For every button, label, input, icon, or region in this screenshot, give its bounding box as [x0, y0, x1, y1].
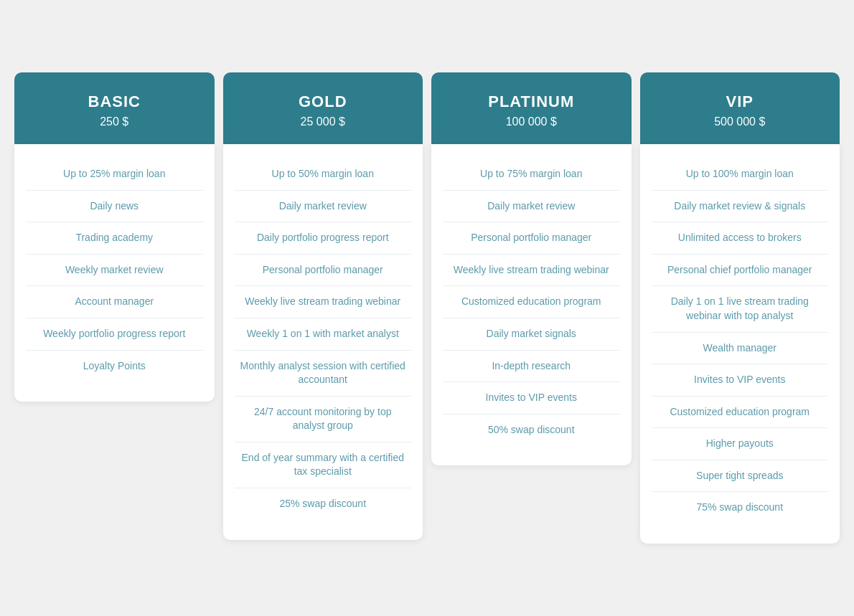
- plan-features-gold: Up to 50% margin loanDaily market review…: [223, 144, 423, 540]
- feature-item: Daily market signals: [443, 318, 620, 351]
- feature-item: Monthly analyst session with certified a…: [235, 351, 412, 397]
- pricing-container: BASIC250 $Up to 25% margin loanDaily new…: [14, 72, 840, 544]
- feature-item: Weekly portfolio progress report: [26, 318, 203, 351]
- feature-item: Daily news: [26, 191, 203, 223]
- plan-name-vip: VIP: [652, 93, 829, 111]
- feature-item: 25% swap discount: [235, 488, 412, 520]
- plan-features-vip: Up to 100% margin loanDaily market revie…: [640, 144, 840, 544]
- plan-name-platinum: PLATINUM: [443, 93, 620, 111]
- feature-item: Daily market review: [443, 191, 620, 223]
- feature-item: Customized education program: [443, 286, 620, 318]
- feature-item: Weekly live stream trading webinar: [235, 286, 412, 318]
- feature-item: End of year summary with a certified tax…: [235, 442, 412, 488]
- feature-item: Personal chief portfolio manager: [652, 255, 829, 287]
- feature-item: Trading academy: [26, 222, 203, 255]
- plan-card-platinum: PLATINUM100 000 $Up to 75% margin loanDa…: [431, 72, 632, 544]
- feature-item: Up to 25% margin loan: [26, 158, 203, 191]
- feature-item: Daily market review: [235, 191, 412, 223]
- plan-price-gold: 25 000 $: [235, 115, 412, 128]
- feature-item: Weekly live stream trading webinar: [443, 255, 620, 287]
- feature-item: Loyalty Points: [26, 351, 203, 382]
- plan-features-platinum: Up to 75% margin loanDaily market review…: [431, 144, 632, 465]
- feature-item: Personal portfolio manager: [443, 222, 620, 255]
- feature-item: 24/7 account monitoring by top analyst g…: [235, 397, 412, 442]
- feature-item: Invites to VIP events: [443, 382, 620, 414]
- plan-features-basic: Up to 25% margin loanDaily newsTrading a…: [14, 144, 215, 402]
- plan-header-platinum: PLATINUM100 000 $: [431, 72, 632, 144]
- feature-item: Daily market review & signals: [652, 191, 829, 223]
- feature-item: Wealth manager: [652, 333, 829, 365]
- feature-item: Up to 75% margin loan: [443, 158, 620, 191]
- feature-item: Personal portfolio manager: [235, 255, 412, 287]
- plan-price-vip: 500 000 $: [652, 115, 829, 128]
- plan-name-gold: GOLD: [235, 93, 412, 111]
- feature-item: Customized education program: [652, 397, 829, 429]
- plan-card-basic: BASIC250 $Up to 25% margin loanDaily new…: [14, 72, 215, 544]
- feature-item: Up to 50% margin loan: [235, 158, 412, 191]
- plan-card-gold: GOLD25 000 $Up to 50% margin loanDaily m…: [223, 72, 423, 544]
- feature-item: In-depth research: [443, 351, 620, 383]
- plan-header-vip: VIP500 000 $: [640, 72, 840, 144]
- plan-price-basic: 250 $: [26, 115, 203, 128]
- feature-item: Daily 1 on 1 live stream trading webinar…: [652, 286, 829, 332]
- feature-item: 75% swap discount: [652, 492, 829, 523]
- feature-item: Weekly market review: [26, 255, 203, 287]
- feature-item: Account manager: [26, 286, 203, 318]
- feature-item: Invites to VIP events: [652, 364, 829, 397]
- feature-item: Unlimited access to brokers: [652, 222, 829, 255]
- plan-card-vip: VIP500 000 $Up to 100% margin loanDaily …: [640, 72, 840, 544]
- plan-name-basic: BASIC: [26, 93, 203, 111]
- plan-header-basic: BASIC250 $: [14, 72, 215, 144]
- feature-item: Super tight spreads: [652, 460, 829, 493]
- feature-item: Up to 100% margin loan: [652, 158, 829, 191]
- feature-item: Weekly 1 on 1 with market analyst: [235, 318, 412, 351]
- feature-item: 50% swap discount: [443, 414, 620, 446]
- plan-header-gold: GOLD25 000 $: [223, 72, 423, 144]
- feature-item: Higher payouts: [652, 428, 829, 460]
- plan-price-platinum: 100 000 $: [443, 115, 620, 128]
- feature-item: Daily portfolio progress report: [235, 222, 412, 255]
